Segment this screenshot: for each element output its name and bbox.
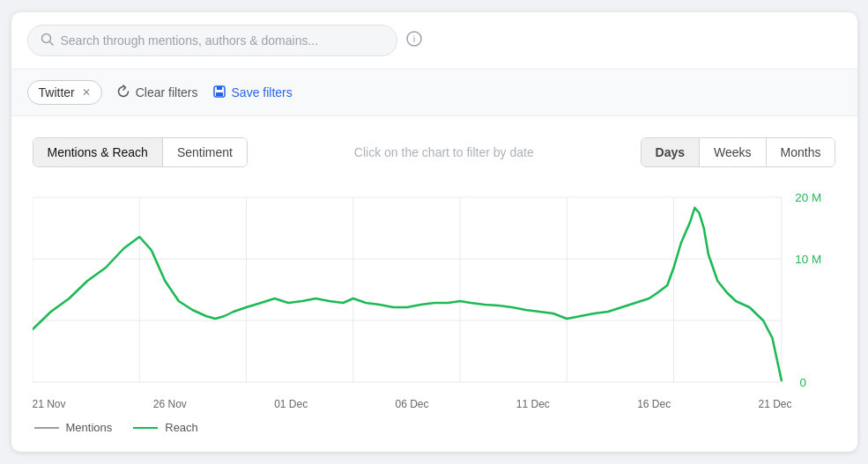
x-label-11dec: 11 Dec — [516, 398, 550, 410]
search-input-wrapper[interactable]: Search through mentions, authors & domai… — [27, 25, 397, 56]
main-container: Search through mentions, authors & domai… — [11, 12, 857, 452]
reach-line — [33, 208, 782, 380]
x-label-16dec: 16 Dec — [637, 398, 671, 410]
chart-legend: Mentions Reach — [33, 421, 836, 434]
svg-text:0: 0 — [799, 376, 805, 389]
filter-tag-label: Twitter — [39, 85, 75, 99]
clear-filters-label: Clear filters — [136, 85, 198, 99]
chart-controls: Mentions & Reach Sentiment Click on the … — [33, 137, 836, 167]
period-weeks-button[interactable]: Weeks — [699, 138, 766, 166]
chart-section: Mentions & Reach Sentiment Click on the … — [11, 116, 857, 452]
chart-tab-group: Mentions & Reach Sentiment — [33, 137, 248, 167]
legend-mentions-line — [34, 427, 59, 429]
chart-hint: Click on the chart to filter by date — [354, 145, 534, 159]
twitter-filter-tag[interactable]: Twitter ✕ — [27, 80, 102, 105]
legend-reach-line — [133, 427, 158, 429]
svg-line-1 — [49, 42, 53, 46]
x-axis-labels: 21 Nov 26 Nov 01 Dec 06 Dec 11 Dec 16 De… — [33, 398, 836, 410]
legend-reach: Reach — [133, 421, 198, 434]
period-group: Days Weeks Months — [641, 137, 836, 167]
chart-area: 20 M 10 M 0 — [33, 188, 836, 391]
save-icon — [212, 85, 226, 101]
svg-text:10 M: 10 M — [795, 253, 821, 266]
chart-svg: 20 M 10 M 0 — [33, 188, 836, 391]
save-filters-label: Save filters — [232, 85, 293, 99]
legend-reach-label: Reach — [165, 421, 198, 434]
search-input-placeholder: Search through mentions, authors & domai… — [61, 33, 319, 48]
clear-filters-button[interactable]: Clear filters — [116, 85, 198, 101]
x-label-06dec: 06 Dec — [395, 398, 428, 410]
svg-text:20 M: 20 M — [795, 191, 821, 204]
svg-text:i: i — [412, 33, 414, 44]
info-icon[interactable]: i — [406, 31, 422, 50]
search-icon — [41, 33, 54, 48]
refresh-icon — [116, 85, 130, 101]
x-label-01dec: 01 Dec — [274, 398, 308, 410]
x-label-21nov: 21 Nov — [33, 398, 66, 410]
save-filters-button[interactable]: Save filters — [212, 85, 293, 101]
legend-mentions-label: Mentions — [66, 421, 113, 434]
tab-mentions-reach[interactable]: Mentions & Reach — [33, 138, 162, 166]
legend-mentions: Mentions — [34, 421, 113, 434]
period-months-button[interactable]: Months — [766, 138, 835, 166]
tab-sentiment[interactable]: Sentiment — [162, 138, 247, 166]
svg-rect-6 — [216, 92, 223, 96]
x-label-21dec: 21 Dec — [758, 398, 791, 410]
x-label-26nov: 26 Nov — [153, 398, 187, 410]
svg-rect-5 — [217, 86, 222, 90]
filter-tag-close-icon[interactable]: ✕ — [82, 86, 91, 99]
filter-bar: Twitter ✕ Clear filters Save filters — [11, 70, 857, 116]
search-bar: Search through mentions, authors & domai… — [11, 12, 857, 70]
period-days-button[interactable]: Days — [642, 138, 699, 166]
